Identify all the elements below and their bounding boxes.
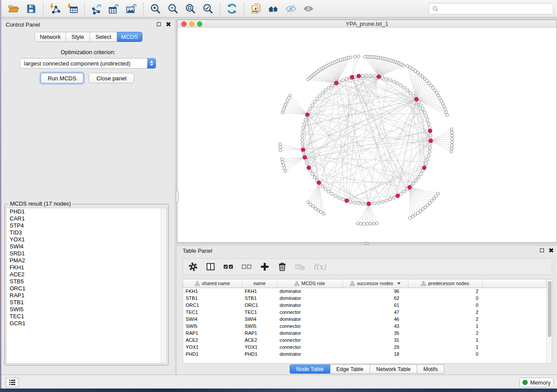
import-network-button[interactable] — [46, 1, 64, 16]
tab-motifs[interactable]: Motifs — [417, 364, 444, 374]
network-node[interactable] — [334, 194, 337, 197]
network-leaf-node[interactable] — [317, 209, 320, 212]
network-hub-node[interactable] — [303, 155, 307, 159]
network-leaf-node[interactable] — [445, 111, 448, 114]
float-panel-button[interactable] — [156, 21, 162, 27]
network-leaf-node[interactable] — [309, 203, 312, 206]
table-row[interactable]: ACE2ACE2connector311 — [183, 337, 547, 344]
network-node[interactable] — [311, 172, 314, 175]
tab-style[interactable]: Style — [66, 32, 90, 42]
network-node[interactable] — [309, 107, 312, 110]
network-leaf-node[interactable] — [450, 128, 453, 131]
network-node[interactable] — [399, 193, 402, 196]
network-leaf-node[interactable] — [280, 158, 284, 161]
mcds-list-item[interactable]: PMA2 — [7, 257, 166, 264]
network-leaf-node[interactable] — [439, 96, 442, 100]
tab-network-table[interactable]: Network Table — [370, 364, 417, 374]
show-log-console-button[interactable] — [6, 378, 19, 387]
mcds-list-item[interactable]: GCR1 — [7, 320, 166, 327]
refresh-view-button[interactable] — [223, 1, 241, 16]
network-hub-node[interactable] — [415, 97, 419, 101]
tab-node-table[interactable]: Node Table — [290, 364, 330, 374]
network-leaf-node[interactable] — [450, 144, 453, 147]
table-cell[interactable]: 1 — [408, 323, 482, 330]
table-row[interactable]: ORC1ORC1dominator610 — [183, 302, 547, 309]
network-node[interactable] — [327, 86, 330, 89]
float-table-panel-button[interactable] — [539, 248, 545, 253]
network-node[interactable] — [426, 158, 429, 161]
table-row[interactable]: TEC1TEC1connector472 — [183, 309, 547, 316]
table-cell[interactable]: PHD1 — [183, 351, 242, 358]
panel-divider-handle[interactable] — [176, 191, 179, 202]
network-leaf-node[interactable] — [281, 111, 284, 114]
table-cell[interactable]: YOX1 — [183, 344, 242, 351]
mcds-list-scrollbar[interactable] — [161, 208, 166, 363]
network-leaf-node[interactable] — [314, 207, 317, 210]
network-node[interactable] — [327, 190, 330, 193]
close-panel-action-button[interactable]: Close panel — [89, 73, 134, 83]
network-node[interactable] — [318, 94, 321, 97]
network-node[interactable] — [373, 202, 376, 205]
network-leaf-node[interactable] — [307, 201, 310, 204]
select-all-checkboxes-icon[interactable] — [223, 262, 234, 272]
network-node[interactable] — [341, 79, 344, 82]
criterion-dropdown[interactable]: largest connected component (undirected) — [20, 58, 156, 69]
tab-select[interactable]: Select — [90, 32, 117, 42]
network-node[interactable] — [301, 130, 304, 133]
network-hub-node[interactable] — [350, 75, 354, 79]
network-leaf-node[interactable] — [279, 146, 282, 149]
table-cell[interactable]: connector — [277, 323, 343, 330]
network-node[interactable] — [385, 199, 388, 202]
zoom-fit-button[interactable] — [182, 1, 199, 16]
network-leaf-node[interactable] — [363, 55, 367, 58]
network-node[interactable] — [302, 126, 305, 129]
network-node[interactable] — [369, 74, 372, 77]
network-node[interactable] — [305, 162, 308, 165]
network-node[interactable] — [417, 176, 420, 179]
table-cell[interactable]: connector — [277, 344, 343, 351]
network-node[interactable] — [313, 100, 316, 103]
table-cell[interactable]: dominator — [277, 351, 343, 358]
network-node[interactable] — [304, 118, 307, 121]
table-row[interactable]: RAP1RAP1dominator352 — [183, 330, 547, 337]
table-cell[interactable]: 43 — [343, 323, 408, 330]
table-cell[interactable]: 29 — [343, 344, 408, 351]
table-cell[interactable]: 47 — [343, 309, 408, 316]
network-node[interactable] — [426, 118, 429, 121]
new-network-from-selection-button[interactable] — [247, 1, 265, 16]
network-hub-node[interactable] — [367, 202, 371, 206]
table-cell[interactable]: FKH1 — [183, 288, 242, 295]
zoom-in-button[interactable] — [147, 1, 164, 16]
network-node[interactable] — [357, 202, 360, 205]
network-node[interactable] — [425, 114, 428, 117]
network-node[interactable] — [403, 190, 406, 193]
table-cell[interactable]: 35 — [343, 330, 408, 337]
show-columns-icon[interactable] — [206, 262, 215, 272]
table-cell[interactable]: ORC1 — [183, 302, 242, 309]
network-leaf-node[interactable] — [444, 108, 447, 111]
table-cell[interactable]: 2 — [408, 330, 482, 337]
network-leaf-node[interactable] — [282, 164, 285, 167]
network-node[interactable] — [321, 91, 324, 94]
network-node[interactable] — [361, 202, 364, 205]
network-node[interactable] — [389, 79, 392, 82]
export-image-button[interactable] — [123, 1, 140, 16]
column-header-shared-name[interactable]: shared name — [183, 279, 242, 288]
mcds-list-item[interactable]: RAP1 — [7, 292, 166, 299]
table-row[interactable]: SWI5SWI5connector431 — [183, 323, 547, 330]
network-leaf-node[interactable] — [450, 131, 453, 134]
show-all-button[interactable] — [300, 1, 317, 16]
table-cell[interactable]: SWI5 — [183, 323, 242, 330]
table-cell[interactable]: 0 — [408, 351, 482, 358]
network-leaf-node[interactable] — [283, 166, 286, 169]
table-row[interactable]: SWI4SWI4dominator462 — [183, 316, 547, 323]
network-hub-node[interactable] — [307, 166, 311, 170]
table-cell[interactable]: connector — [277, 337, 343, 344]
mcds-list-item[interactable]: ACE2 — [7, 271, 166, 278]
run-mcds-button[interactable]: Run MCDS — [41, 73, 83, 83]
table-cell[interactable]: 46 — [343, 316, 408, 323]
table-cell[interactable]: 2 — [408, 288, 482, 295]
table-cell[interactable]: 96 — [343, 288, 408, 295]
network-hub-node[interactable] — [408, 186, 412, 189]
table-cell[interactable]: dominator — [277, 302, 343, 309]
